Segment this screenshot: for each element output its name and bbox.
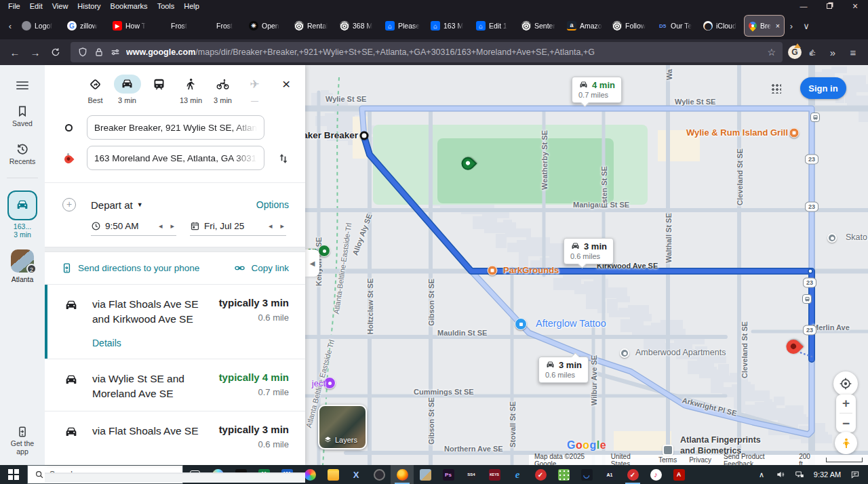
taskbar-clock[interactable]: 9:32 AM [811, 470, 844, 479]
taskbar-keys-icon[interactable]: KEYS [483, 465, 506, 484]
route-bubble-kirkwood[interactable]: 3 min 0.6 miles [564, 238, 614, 264]
tab-frost-2[interactable]: Frost [199, 16, 245, 36]
mode-driving[interactable]: 3 min [112, 75, 142, 106]
tab-breaker-active[interactable]: Bre× [745, 16, 784, 36]
layers-button[interactable]: Layers [318, 405, 367, 449]
app-menu-icon[interactable]: ≡ [844, 47, 863, 58]
tracking-shield-icon[interactable] [77, 47, 88, 58]
google-apps-grid-icon[interactable] [770, 83, 781, 94]
hidden-icons-chevron[interactable]: ∧ [754, 470, 769, 479]
taskbar-image-icon[interactable] [414, 465, 437, 484]
mode-walking[interactable]: 13 min [176, 75, 206, 106]
close-tab-icon[interactable]: × [776, 22, 780, 30]
date-next-icon[interactable]: ▸ [278, 222, 286, 230]
menu-file[interactable]: File [4, 1, 24, 11]
extension-icon[interactable]: G [788, 45, 802, 59]
menu-view[interactable]: View [48, 1, 73, 11]
reload-button[interactable] [50, 47, 61, 58]
tab-howto[interactable]: ▶How T [108, 16, 154, 36]
list-all-tabs-button[interactable]: ∨ [799, 21, 814, 31]
copy-link[interactable]: Copy link [234, 262, 289, 274]
date-prev-icon[interactable]: ◂ [267, 222, 275, 230]
poi-label-afterglow[interactable]: Afterglow Tattoo [536, 318, 606, 329]
apartments-poi-icon[interactable] [620, 348, 629, 358]
taskbar-check-icon[interactable]: ✓ [529, 465, 552, 484]
menu-edit[interactable]: Edit [26, 1, 47, 11]
date-field[interactable]: Fri, Jul 25 ◂ ▸ [190, 221, 286, 236]
poi-label-parkgrounds[interactable]: ParkGrounds [503, 265, 559, 275]
chevron-down-icon[interactable]: ▼ [137, 201, 143, 208]
mode-best[interactable]: Best [80, 75, 111, 106]
route-option-selected[interactable]: via Flat Shoals Ave SE and Kirkwood Ave … [45, 285, 305, 359]
tab-edit[interactable]: ⌂Edit 1 [472, 16, 517, 36]
minimize-button[interactable]: — [791, 2, 816, 10]
privacy-link[interactable]: Privacy [689, 456, 711, 464]
tab-zillow[interactable]: Gzillow [63, 16, 108, 36]
poi-label-breaker-breaker[interactable]: Breaker Breaker [305, 130, 358, 140]
tab-openai[interactable]: ✳Open [245, 16, 290, 36]
mode-flights[interactable]: ✈ — [239, 75, 270, 106]
menu-tools[interactable]: Tools [153, 1, 179, 11]
send-to-phone-link[interactable]: Send directions to your phone [61, 262, 199, 274]
route-option-3[interactable]: via Flat Shoals Ave SE typically 3 min 0… [45, 411, 305, 473]
tab-163m[interactable]: ⌂163 M [427, 16, 472, 36]
taskbar-firefox-icon[interactable] [391, 465, 414, 484]
sidebar-item-saved[interactable]: Saved [0, 104, 45, 127]
sidebar-item-current-trip[interactable]: 163... 3 min [0, 190, 45, 239]
skate-poi-icon[interactable] [827, 233, 837, 243]
sidebar-item-atlanta[interactable]: 2 Atlanta [0, 249, 45, 283]
main-menu-icon[interactable] [16, 81, 28, 89]
restore-button[interactable] [816, 2, 842, 10]
zoom-in-button[interactable]: + [842, 396, 850, 411]
close-button[interactable]: × [842, 1, 868, 12]
taskbar-ie-icon[interactable]: e [506, 465, 529, 484]
route-bubble-flatshoals[interactable]: 3 min 0.6 miles [538, 357, 589, 383]
destination-input[interactable]: 163 Moreland Ave SE, Atlanta, GA 30316 [87, 146, 264, 170]
taskbar-green-icon[interactable] [552, 465, 575, 484]
tab-amazon[interactable]: aAmazo [563, 16, 608, 36]
restaurant-poi-icon[interactable] [789, 128, 800, 138]
origin-input[interactable]: Breaker Breaker, 921 Wylie St SE, Atlant… [87, 115, 264, 140]
action-center-icon[interactable] [848, 470, 863, 479]
scroll-tabs-left-button[interactable]: ‹ [3, 21, 18, 31]
my-location-button[interactable] [833, 371, 858, 396]
fingerprints-poi-icon[interactable] [663, 445, 673, 456]
time-next-icon[interactable]: ▸ [168, 222, 176, 230]
taskbar-acrobat-icon[interactable]: A [667, 465, 690, 484]
taskbar-itunes-icon[interactable]: ♪ [644, 465, 667, 484]
terms-link[interactable]: Terms [658, 456, 677, 464]
scroll-tabs-right-button[interactable]: › [784, 21, 799, 31]
bookmark-star-icon[interactable]: ☆ [767, 47, 776, 58]
taskbar-ps-icon[interactable]: Ps [437, 465, 460, 484]
taskbar-check2-icon[interactable]: ✓ [621, 465, 644, 484]
origin-marker[interactable] [360, 132, 369, 140]
add-destination-icon[interactable]: + [62, 198, 76, 211]
menu-history[interactable]: History [73, 1, 104, 11]
tab-368m[interactable]: 368 M [336, 16, 381, 36]
taskbar-x-icon[interactable]: X [344, 465, 368, 484]
tab-logoff[interactable]: Logof [18, 16, 63, 36]
map-canvas[interactable]: Wylie St SE Wylie St SE Manigault St SE … [305, 65, 868, 465]
tab-please[interactable]: ⌂Please [381, 16, 427, 36]
coffee-poi-icon[interactable] [488, 266, 498, 276]
depart-at-label[interactable]: Depart at [91, 199, 133, 211]
poi-label-grill[interactable]: Wylie & Rum Island Grill [686, 127, 788, 138]
taskbar-swoosh-icon[interactable]: ◡ [575, 465, 598, 484]
tab-ourteam[interactable]: D5Our Te [654, 16, 699, 36]
start-button[interactable] [0, 465, 27, 484]
route-details-link[interactable]: Details [92, 338, 121, 348]
swap-waypoints-button[interactable] [277, 152, 290, 168]
transit-station-icon[interactable] [802, 294, 812, 304]
pegman-button[interactable] [835, 432, 857, 454]
tab-senter[interactable]: Senter [517, 16, 563, 36]
taskbar-file-explorer-icon[interactable] [321, 465, 344, 484]
close-directions-icon[interactable]: × [282, 76, 290, 92]
address-bar[interactable]: www.google.com/maps/dir/Breaker+Breaker,… [71, 42, 783, 62]
menu-help[interactable]: Help [180, 1, 203, 11]
menu-bookmarks[interactable]: Bookmarks [106, 1, 152, 11]
tab-rental[interactable]: Rental [290, 16, 336, 36]
time-field[interactable]: 9:50 AM ◂ ▸ [91, 221, 176, 236]
poi-label-amberwood[interactable]: Amberwood Apartments [635, 348, 726, 357]
tab-frost-1[interactable]: Frost [154, 16, 199, 36]
taskbar-record-icon[interactable] [368, 465, 391, 484]
